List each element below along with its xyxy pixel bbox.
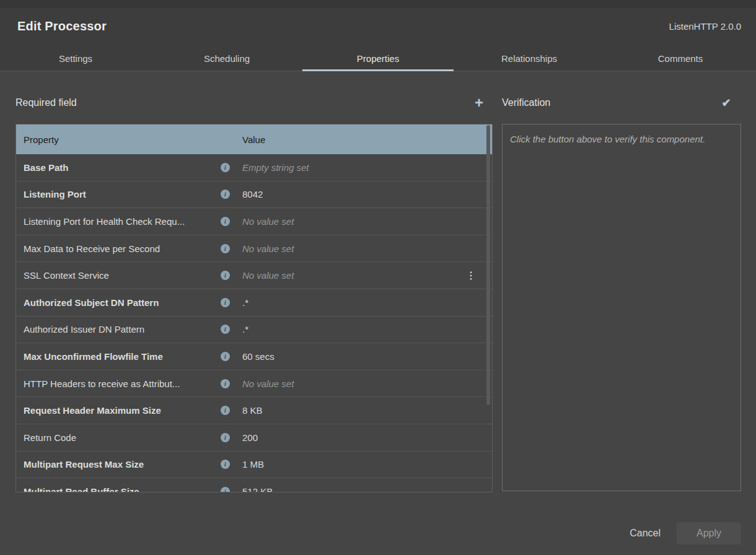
- table-row[interactable]: Base PathiEmpty string set: [16, 154, 492, 181]
- table-row[interactable]: Authorized Subject DN Patterni.*: [16, 289, 492, 317]
- property-name: Multipart Request Max Size: [24, 459, 221, 470]
- properties-section-title: Required field: [15, 92, 77, 114]
- info-icon: i: [221, 163, 230, 172]
- info-icon: i: [221, 379, 230, 388]
- cancel-button[interactable]: Cancel: [628, 523, 662, 544]
- info-icon: i: [221, 460, 230, 469]
- verify-component-button[interactable]: ✔: [718, 92, 735, 114]
- table-row[interactable]: Return Codei200: [16, 424, 492, 452]
- property-value[interactable]: 1 MB: [231, 459, 492, 470]
- info-icon: i: [221, 217, 230, 226]
- property-value[interactable]: 8 KB: [231, 405, 492, 416]
- property-value[interactable]: No value set: [231, 270, 492, 281]
- property-name: Request Header Maximum Size: [24, 405, 221, 416]
- table-scrollbar[interactable]: [486, 125, 490, 405]
- tab-properties[interactable]: Properties: [302, 46, 454, 71]
- plus-icon: +: [475, 94, 483, 111]
- dialog-header: Edit Processor ListenHTTP 2.0.0 Settings…: [0, 8, 756, 71]
- property-value[interactable]: 200: [231, 432, 492, 443]
- table-row[interactable]: Listening Port for Health Check Requ...i…: [16, 208, 492, 235]
- property-value[interactable]: 8042: [231, 189, 492, 199]
- table-row[interactable]: Listening Porti8042: [16, 181, 492, 209]
- column-header-value: Value: [231, 134, 492, 145]
- property-name: Return Code: [24, 432, 221, 443]
- property-name: Listening Port for Health Check Requ...: [24, 216, 221, 227]
- property-value[interactable]: No value set: [231, 216, 492, 227]
- tab-scheduling[interactable]: Scheduling: [151, 46, 302, 71]
- property-value[interactable]: 60 secs: [231, 351, 492, 362]
- tab-comments[interactable]: Comments: [605, 46, 756, 71]
- table-row[interactable]: Max Unconfirmed Flowfile Timei60 secs: [16, 343, 492, 370]
- properties-table-header: Property Value: [16, 125, 492, 154]
- property-value[interactable]: Empty string set: [231, 162, 492, 173]
- info-icon: i: [221, 487, 230, 492]
- verification-section-title: Verification: [502, 92, 550, 114]
- property-value[interactable]: No value set: [231, 243, 492, 254]
- table-row[interactable]: Authorized Issuer DN Patterni.*: [16, 317, 492, 344]
- edit-processor-dialog: Edit Processor ListenHTTP 2.0.0 Settings…: [0, 8, 756, 555]
- tab-settings[interactable]: Settings: [0, 46, 151, 71]
- property-name: Authorized Issuer DN Pattern: [24, 324, 221, 334]
- info-icon: i: [221, 325, 230, 334]
- info-icon: i: [221, 271, 230, 280]
- check-icon: ✔: [721, 96, 731, 110]
- info-icon: i: [221, 433, 230, 442]
- dialog-body: Required field + Verification ✔ Property…: [0, 71, 756, 555]
- table-row[interactable]: Max Data to Receive per SecondiNo value …: [16, 235, 492, 263]
- dialog-title: Edit Processor: [17, 19, 107, 33]
- info-icon: i: [221, 190, 230, 199]
- info-icon: i: [221, 352, 230, 361]
- tab-bar: SettingsSchedulingPropertiesRelationship…: [0, 46, 756, 71]
- properties-table-body: Base PathiEmpty string setListening Port…: [16, 154, 492, 492]
- verification-panel: Click the button above to verify this co…: [502, 124, 741, 491]
- property-name: Listening Port: [24, 189, 221, 199]
- property-name: Base Path: [24, 162, 221, 173]
- property-name: Multipart Read Buffer Size: [24, 486, 221, 492]
- apply-button[interactable]: Apply: [677, 522, 741, 544]
- properties-table: Property Value Base PathiEmpty string se…: [15, 124, 493, 492]
- table-row[interactable]: Multipart Read Buffer Sizei512 KB: [16, 478, 492, 492]
- dialog-header-top: Edit Processor ListenHTTP 2.0.0: [0, 8, 756, 33]
- property-name: Authorized Subject DN Pattern: [24, 297, 221, 308]
- more-options-icon[interactable]: ⋮: [466, 271, 476, 281]
- property-value[interactable]: .*: [231, 324, 492, 334]
- info-icon: i: [221, 244, 230, 253]
- info-icon: i: [221, 406, 230, 415]
- column-header-property: Property: [24, 134, 221, 145]
- tab-relationships[interactable]: Relationships: [454, 46, 605, 71]
- dialog-footer: Cancel Apply: [628, 522, 741, 544]
- property-name: SSL Context Service: [24, 270, 221, 281]
- verification-message: Click the button above to verify this co…: [510, 132, 733, 147]
- property-value[interactable]: .*: [231, 297, 492, 308]
- property-value[interactable]: 512 KB: [231, 486, 492, 492]
- processor-version: ListenHTTP 2.0.0: [669, 21, 741, 32]
- property-name: Max Data to Receive per Second: [24, 243, 221, 254]
- table-row[interactable]: SSL Context ServiceiNo value set⋮: [16, 262, 492, 289]
- property-value[interactable]: No value set: [231, 378, 492, 389]
- property-name: Max Unconfirmed Flowfile Time: [24, 351, 221, 362]
- table-row[interactable]: HTTP Headers to receive as Attribut...iN…: [16, 370, 492, 398]
- property-name: HTTP Headers to receive as Attribut...: [24, 378, 221, 389]
- info-icon: i: [221, 298, 230, 307]
- table-row[interactable]: Request Header Maximum Sizei8 KB: [16, 397, 492, 424]
- add-property-button[interactable]: +: [471, 92, 487, 114]
- table-row[interactable]: Multipart Request Max Sizei1 MB: [16, 452, 492, 479]
